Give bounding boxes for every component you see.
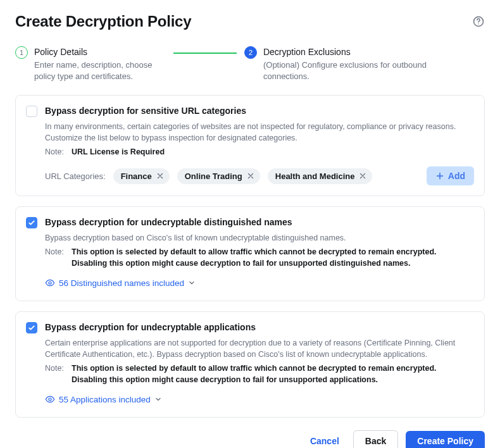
card-applications: Bypass decryption for undecryptable appl… xyxy=(15,311,485,418)
back-button[interactable]: Back xyxy=(353,430,398,448)
create-decryption-policy-modal: Create Decryption Policy 1 Policy Detail… xyxy=(0,0,500,448)
close-icon[interactable] xyxy=(246,171,255,180)
card-title-url: Bypass decryption for sensitive URL cate… xyxy=(45,106,474,116)
svg-point-2 xyxy=(49,282,51,284)
add-button-label: Add xyxy=(448,171,465,181)
checkbox-distinguished-names[interactable] xyxy=(26,217,37,228)
eye-icon xyxy=(45,278,55,288)
card-title-dn: Bypass decryption for undecryptable dist… xyxy=(45,217,474,227)
note-label-app: Note: xyxy=(45,363,66,385)
step-subtitle-2: (Optional) Configure exclusions for outb… xyxy=(263,59,475,82)
checkbox-applications[interactable] xyxy=(26,322,37,333)
applications-expand[interactable]: 55 Applications included xyxy=(45,394,162,404)
step-subtitle-1: Enter name, description, choose policy t… xyxy=(34,59,158,82)
chevron-down-icon xyxy=(188,279,196,287)
modal-header: Create Decryption Policy xyxy=(15,13,485,30)
step-title-2: Decryption Exclusions xyxy=(263,46,475,58)
modal-title: Create Decryption Policy xyxy=(15,13,191,30)
card-url-categories: Bypass decryption for sensitive URL cate… xyxy=(15,95,485,196)
note-label-dn: Note: xyxy=(45,246,66,269)
modal-footer: Cancel Back Create Policy xyxy=(15,430,485,448)
url-categories-label: URL Categories: xyxy=(45,171,106,181)
checkbox-url-categories[interactable] xyxy=(26,106,37,117)
svg-point-1 xyxy=(478,23,478,24)
card-desc-app: Certain enterprise applications are not … xyxy=(45,337,474,360)
note-text-dn: This option is selected by default to al… xyxy=(72,246,474,269)
chip-finance[interactable]: Finance xyxy=(113,168,170,184)
step-policy-details[interactable]: 1 Policy Details Enter name, description… xyxy=(15,46,244,82)
step-title-1: Policy Details xyxy=(34,46,158,58)
chip-online-trading[interactable]: Online Trading xyxy=(177,168,260,184)
close-icon[interactable] xyxy=(156,171,165,180)
note-text-url: URL License is Required xyxy=(72,146,165,158)
stepper: 1 Policy Details Enter name, description… xyxy=(15,46,485,82)
chip-label: Health and Medicine xyxy=(275,171,355,181)
card-distinguished-names: Bypass decryption for undecryptable dist… xyxy=(15,206,485,301)
chip-label: Finance xyxy=(121,171,152,181)
eye-icon xyxy=(45,394,55,404)
close-icon[interactable] xyxy=(358,171,367,180)
cancel-button[interactable]: Cancel xyxy=(304,431,346,448)
help-icon[interactable] xyxy=(472,15,485,28)
chip-label: Online Trading xyxy=(185,171,242,181)
included-label: 55 Applications included xyxy=(59,395,151,404)
note-label-url: Note: xyxy=(45,146,66,158)
card-title-app: Bypass decryption for undecryptable appl… xyxy=(45,322,474,332)
url-categories-row: URL Categories: Finance Online Trading xyxy=(45,166,474,185)
chevron-down-icon xyxy=(154,395,162,403)
included-label: 56 Distinguished names included xyxy=(59,278,184,288)
card-desc-url: In many environments, certain categories… xyxy=(45,121,474,144)
step-connector xyxy=(173,53,237,54)
svg-point-3 xyxy=(49,398,51,401)
distinguished-names-expand[interactable]: 56 Distinguished names included xyxy=(45,278,196,288)
step-decryption-exclusions[interactable]: 2 Decryption Exclusions (Optional) Confi… xyxy=(244,46,485,82)
add-button[interactable]: Add xyxy=(427,166,474,185)
step-number-2: 2 xyxy=(244,46,257,59)
create-policy-button[interactable]: Create Policy xyxy=(406,431,485,448)
card-desc-dn: Bypass decryption based on Cisco's list … xyxy=(45,232,474,244)
step-number-1: 1 xyxy=(15,46,28,59)
note-text-app: This option is selected by default to al… xyxy=(72,363,474,385)
chip-health-medicine[interactable]: Health and Medicine xyxy=(268,168,373,184)
